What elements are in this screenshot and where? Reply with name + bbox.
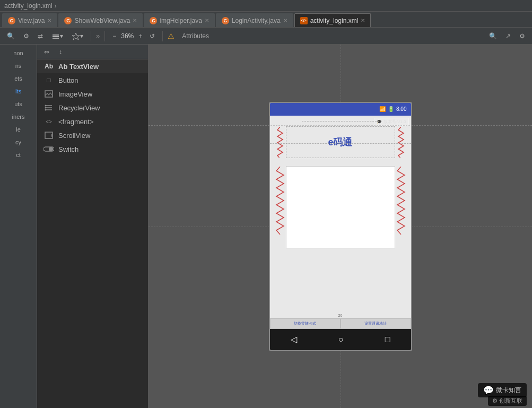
tab-icon-imghelper: C bbox=[150, 17, 157, 24]
palette-switch-label: Switch bbox=[58, 145, 79, 153]
tab-close-view[interactable]: ✕ bbox=[47, 18, 51, 23]
svg-point-9 bbox=[45, 107, 47, 109]
tab-loginactivity-java[interactable]: C LoginActivity.java ✕ bbox=[216, 13, 293, 27]
settings-button[interactable]: ⚙ bbox=[21, 31, 32, 41]
zoom-in-button[interactable]: + bbox=[136, 31, 145, 41]
sidebar-item-uts[interactable]: uts bbox=[0, 98, 37, 110]
phone-frame: 📶 🔋 8:00 🎓 版本号:V1.0 bbox=[269, 102, 412, 351]
nav-recent-button[interactable]: □ bbox=[385, 335, 390, 344]
tab-icon-xml: </> bbox=[300, 17, 308, 24]
toolbar-sep-2 bbox=[104, 31, 105, 41]
link-button[interactable]: ↗ bbox=[503, 31, 513, 41]
toolbar-sep-3 bbox=[162, 31, 163, 41]
magic-button[interactable]: ▾ bbox=[69, 30, 86, 42]
tab-close-loginactivity[interactable]: ✕ bbox=[283, 18, 287, 23]
watermark-sub: ⚙ 创新互联 bbox=[488, 396, 527, 406]
title-arrow: › bbox=[55, 2, 57, 10]
watermark-text: 微卡知言 bbox=[496, 386, 521, 395]
button-palette-icon: □ bbox=[43, 76, 54, 84]
tab-close-imghelper[interactable]: ✕ bbox=[205, 18, 209, 23]
search-button[interactable]: 🔍 bbox=[4, 31, 18, 41]
sidebar-item-ets[interactable]: ets bbox=[0, 72, 37, 85]
sidebar-item-ns[interactable]: ns bbox=[0, 59, 37, 72]
tab-showwebview-java[interactable]: C ShowWebView.java ✕ bbox=[58, 13, 143, 27]
palette-item-recyclerview[interactable]: RecyclerView bbox=[37, 101, 148, 115]
refresh-button[interactable]: ↺ bbox=[147, 31, 158, 41]
watermark-sub-text: 创新互联 bbox=[499, 397, 522, 405]
svg-rect-2 bbox=[53, 38, 59, 39]
zigzag-right-logo bbox=[396, 127, 406, 158]
imageview-palette-icon bbox=[43, 90, 54, 98]
zoom-out-button[interactable]: − bbox=[110, 31, 119, 41]
palette-item-fragment[interactable]: <> <fragment> bbox=[37, 115, 148, 128]
palette-item-switch[interactable]: Switch bbox=[37, 142, 148, 156]
canvas-area[interactable]: 📶 🔋 8:00 🎓 版本号:V1.0 bbox=[149, 45, 532, 408]
tab-imghelper-java[interactable]: C imgHelper.java ✕ bbox=[144, 13, 214, 27]
sidebar-item-cy[interactable]: cy bbox=[0, 136, 37, 149]
palette-panel: ⇔ ↕ Ab Ab TextView □ Button ImageView bbox=[37, 45, 149, 408]
search-right-button[interactable]: 🔍 bbox=[486, 31, 500, 41]
settings-right-button[interactable]: ⚙ bbox=[517, 31, 528, 41]
svg-rect-12 bbox=[51, 134, 53, 137]
dim-value: 20 bbox=[338, 314, 343, 317]
palette-header-textview[interactable]: Ab Ab TextView bbox=[37, 59, 148, 73]
svg-point-14 bbox=[49, 147, 53, 151]
tab-activity-login-xml[interactable]: </> activity_login.xml ✕ bbox=[294, 13, 371, 27]
palette-item-imageview[interactable]: ImageView bbox=[37, 87, 148, 101]
bottom-link-switch[interactable]: 切换零随占式 bbox=[270, 318, 341, 329]
sidebar-item-non[interactable]: non bbox=[0, 47, 37, 59]
zigzag-right-form bbox=[396, 167, 406, 248]
tab-close-xml[interactable]: ✕ bbox=[361, 18, 365, 23]
sidebar-item-iners[interactable]: iners bbox=[0, 110, 37, 123]
wifi-icon: 📶 bbox=[379, 106, 386, 112]
svg-rect-1 bbox=[53, 36, 59, 37]
tab-close-showwebview[interactable]: ✕ bbox=[133, 18, 137, 23]
svg-marker-3 bbox=[72, 33, 80, 40]
palette-imageview-label: ImageView bbox=[58, 90, 92, 98]
login-form-box bbox=[286, 166, 395, 248]
bottom-link-switch-text: 切换零随占式 bbox=[294, 321, 316, 326]
nav-home-button[interactable]: ○ bbox=[338, 335, 344, 344]
version-badge: 🎓 版本号:V1.0 bbox=[374, 118, 409, 126]
layers-button[interactable]: ▾ bbox=[49, 30, 66, 42]
palette-recyclerview-label: RecyclerView bbox=[58, 104, 100, 112]
tab-label-showwebview: ShowWebView.java bbox=[74, 17, 130, 24]
nav-back-button[interactable]: ◁ bbox=[291, 334, 297, 344]
battery-icon: 🔋 bbox=[388, 106, 394, 112]
arrows-v-button[interactable]: ↕ bbox=[56, 47, 65, 57]
svg-point-10 bbox=[45, 109, 47, 111]
palette-item-button[interactable]: □ Button bbox=[37, 73, 148, 87]
svg-rect-0 bbox=[53, 34, 59, 36]
second-toolbar: ⇔ ↕ bbox=[37, 45, 148, 59]
arrows-label: » bbox=[96, 32, 100, 40]
palette-button-label: Button bbox=[58, 76, 79, 84]
sidebar-item-its[interactable]: Its bbox=[0, 85, 37, 98]
left-sidebar: non ns ets Its uts iners le cy ct bbox=[0, 45, 37, 408]
main-layout: non ns ets Its uts iners le cy ct ⇔ ↕ Ab… bbox=[0, 45, 532, 408]
palette-header-label: Ab TextView bbox=[58, 63, 99, 71]
tab-view-java[interactable]: C View.java ✕ bbox=[2, 13, 57, 27]
sidebar-item-le[interactable]: le bbox=[0, 123, 37, 136]
arrows-h-button[interactable]: ⇔ bbox=[41, 47, 52, 57]
palette-fragment-label: <fragment> bbox=[58, 118, 94, 126]
palette-item-scrollview[interactable]: ScrollView bbox=[37, 128, 148, 142]
warning-icon: ⚠ bbox=[168, 32, 175, 40]
dashed-mid-h bbox=[270, 143, 411, 144]
sidebar-item-ct[interactable]: ct bbox=[0, 149, 37, 161]
constraint-line-h1 bbox=[149, 125, 532, 126]
tab-label-imghelper: imgHelper.java bbox=[160, 17, 202, 24]
bottom-link-address-text: 设置通讯地址 bbox=[364, 321, 387, 326]
dimension-indicator: 20 bbox=[338, 314, 343, 317]
dashed-line-top bbox=[302, 121, 379, 121]
bottom-link-address[interactable]: 设置通讯地址 bbox=[341, 318, 411, 329]
attributes-label: Attributes bbox=[178, 32, 213, 40]
recyclerview-palette-icon bbox=[43, 103, 54, 112]
watermark-icon: 💬 bbox=[483, 385, 494, 395]
toolbar: 🔍 ⚙ ⇄ ▾ ▾ » − 36% + ↺ ⚠ Attributes 🔍 ↗ ⚙ bbox=[0, 28, 532, 45]
zoom-value: 36% bbox=[121, 32, 134, 40]
bottom-links: 切换零随占式 设置通讯地址 bbox=[270, 318, 411, 329]
rotate-button[interactable]: ⇄ bbox=[35, 31, 46, 41]
fragment-palette-icon: <> bbox=[43, 117, 54, 126]
svg-point-8 bbox=[45, 105, 47, 107]
scrollview-palette-icon bbox=[43, 131, 54, 140]
